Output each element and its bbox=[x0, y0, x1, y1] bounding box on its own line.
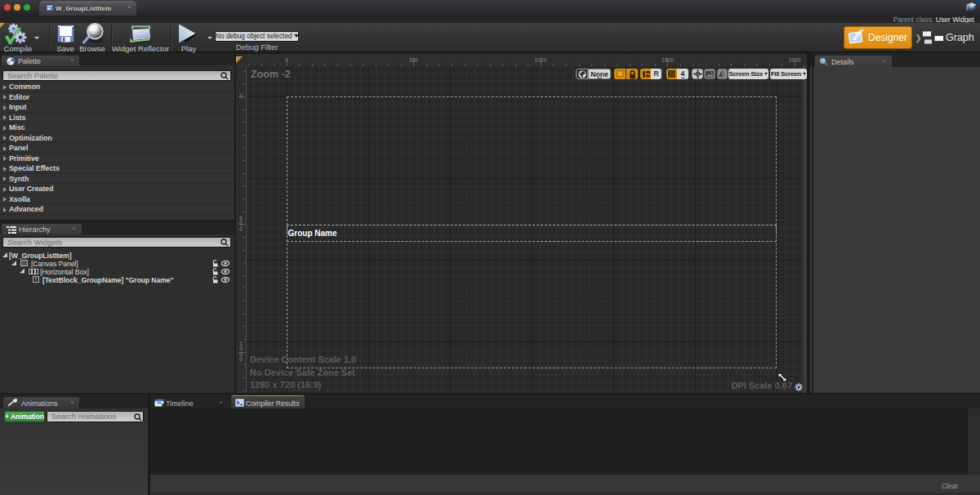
svg-text:i: i bbox=[822, 59, 822, 64]
